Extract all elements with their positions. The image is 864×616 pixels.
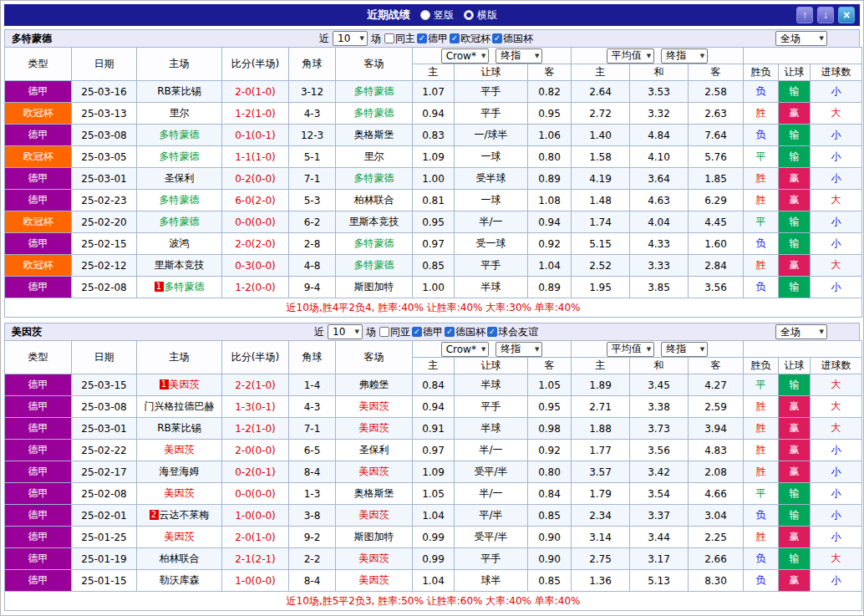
goals-cell: 大 [811, 103, 862, 125]
handicap-cell: 一/球半 [455, 125, 528, 146]
handicap-result-cell: 输 [779, 483, 811, 505]
avg-draw-cell: 3.42 [630, 461, 689, 483]
odds-source-select[interactable]: Crow* ▼ [441, 48, 490, 64]
team-label: 奥格斯堡 [354, 487, 394, 499]
filter-checkbox-option[interactable]: 德甲 [417, 32, 448, 46]
scope-select[interactable]: 全场 ▼ [775, 324, 827, 339]
filter-checkbox-option[interactable]: 同亚 [379, 325, 410, 339]
home-team-cell: 柏林联合 [137, 548, 222, 570]
checkbox-checked-icon[interactable] [450, 33, 460, 43]
checkbox-unchecked-icon[interactable] [379, 327, 389, 337]
home-team-cell: 门兴格拉德巴赫 [137, 396, 222, 418]
avg-source-select[interactable]: 平均值 ▼ [607, 48, 654, 64]
corner-cell: 7-1 [289, 168, 336, 190]
checkbox-unchecked-icon[interactable] [384, 33, 394, 43]
away-team-cell: 美因茨 [336, 505, 413, 527]
score-cell: 1-1(1-0) [222, 146, 289, 168]
team-label: 里斯本竞技 [155, 259, 205, 271]
avg-stage-select[interactable]: 终指 ▼ [661, 342, 708, 357]
checkbox-checked-icon[interactable] [412, 327, 422, 337]
result-cell: 胜 [744, 461, 779, 483]
team-label: 美因茨 [170, 379, 200, 390]
odds-home-cell: 0.94 [413, 103, 455, 125]
avg-home-cell: 1.58 [572, 146, 630, 168]
team-label: 多特蒙德 [354, 172, 394, 184]
avg-away-cell: 3.94 [689, 418, 744, 440]
home-team-cell: 2云达不莱梅 [137, 505, 222, 527]
checkbox-checked-icon[interactable] [492, 33, 502, 43]
filter-checkbox-option[interactable]: 德国杯 [445, 325, 485, 339]
layout-vertical-radio[interactable]: 竖版 [420, 8, 454, 23]
goals-cell: 大 [811, 548, 862, 570]
filter-checkbox-option[interactable]: 德国杯 [492, 32, 533, 46]
move-down-button[interactable]: ↓ [817, 7, 834, 23]
odds-away-cell: 0.85 [528, 505, 572, 527]
score-cell: 0-3(0-0) [222, 255, 289, 277]
close-button[interactable]: × [838, 7, 855, 23]
handicap-result-cell: 赢 [779, 418, 811, 440]
odds-away-cell: 0.80 [528, 461, 572, 483]
odds-away-cell: 0.84 [528, 483, 572, 505]
odds-away-cell: 1.05 [528, 374, 572, 396]
sections: 多特蒙德 近 10 ▼ 场 同主德甲欧冠杯德国杯 全场 ▼ [4, 29, 860, 611]
odds-stage-select[interactable]: 终指 ▼ [496, 48, 542, 64]
odds-away-cell: 0.89 [528, 168, 572, 190]
chevron-down-icon: ▼ [535, 53, 539, 59]
odds-stage-select[interactable]: 终指 ▼ [496, 342, 542, 357]
filter-checkbox-option[interactable]: 德甲 [412, 325, 443, 339]
match-count-select[interactable]: 10 ▼ [333, 31, 368, 46]
corner-cell: 9-4 [289, 277, 336, 298]
avg-source-select[interactable]: 平均值 ▼ [607, 342, 654, 357]
home-team-cell: 美因茨 [137, 483, 222, 505]
team-label: 多特蒙德 [160, 129, 200, 140]
team-label: 美因茨 [359, 422, 389, 434]
team-label: 多特蒙德 [160, 216, 200, 227]
corner-cell: 8-4 [289, 570, 336, 592]
games-label: 场 [366, 325, 376, 339]
filter-checkbox-label: 球会友谊 [498, 325, 538, 339]
checkbox-checked-icon[interactable] [417, 33, 427, 43]
result-cell: 胜 [744, 255, 779, 277]
match-row: 德甲25-03-16RB莱比锡2-0(1-0)3-12多特蒙德1.07平手0.8… [5, 81, 862, 103]
team-label: 美因茨 [359, 509, 389, 521]
result-cell: 胜 [744, 396, 779, 418]
away-team-cell: 弗赖堡 [336, 374, 413, 396]
goals-cell: 大 [811, 190, 862, 211]
layout-horizontal-radio[interactable]: 横版 [464, 8, 497, 23]
filter-checkbox-option[interactable]: 欧冠杯 [450, 32, 490, 46]
avg-home-cell: 1.74 [572, 211, 630, 233]
scope-select[interactable]: 全场 ▼ [775, 31, 827, 46]
match-row: 德甲25-02-17海登海姆0-2(0-1)8-4美因茨1.09受平/半0.80… [5, 461, 862, 483]
avg-selects-header: 平均值 ▼ 终指 ▼ [572, 48, 744, 64]
corner-cell: 6-5 [289, 440, 336, 461]
avg-home-cell: 2.75 [572, 548, 630, 570]
match-count-select[interactable]: 10 ▼ [328, 324, 363, 339]
avg-stage-select[interactable]: 终指 ▼ [661, 48, 708, 64]
col-header-away: 客场 [336, 341, 413, 374]
avg-home-cell: 3.14 [572, 527, 630, 548]
score-cell: 0-0(0-0) [222, 483, 289, 505]
avg-draw-cell: 4.63 [630, 190, 689, 211]
odds-home-cell: 1.09 [413, 146, 455, 168]
checkbox-checked-icon[interactable] [445, 327, 455, 337]
team-label: 多特蒙德 [354, 85, 394, 97]
team-label: 多特蒙德 [354, 259, 394, 271]
date-cell: 25-01-19 [72, 548, 137, 570]
corner-cell: 3-12 [289, 81, 336, 103]
avg-draw-cell: 4.10 [630, 146, 689, 168]
avg-home-cell: 2.71 [572, 396, 630, 418]
goals-cell: 小 [811, 483, 862, 505]
sub-header-handicap-result: 让球 [779, 64, 811, 81]
odds-source-select[interactable]: Crow* ▼ [441, 342, 490, 357]
corner-cell: 4-3 [289, 103, 336, 125]
score-cell: 2-0(0-0) [222, 440, 289, 461]
odds-home-cell: 0.83 [413, 125, 455, 146]
checkbox-checked-icon[interactable] [487, 327, 497, 337]
filter-checkbox-option[interactable]: 球会友谊 [487, 325, 538, 339]
filter-checkbox-option[interactable]: 同主 [384, 32, 415, 46]
avg-home-cell: 2.52 [572, 255, 630, 277]
handicap-cell: 平手 [455, 103, 528, 125]
move-up-button[interactable]: ↑ [796, 7, 813, 23]
odds-away-cell: 0.85 [528, 570, 572, 592]
result-cell: 胜 [744, 190, 779, 211]
